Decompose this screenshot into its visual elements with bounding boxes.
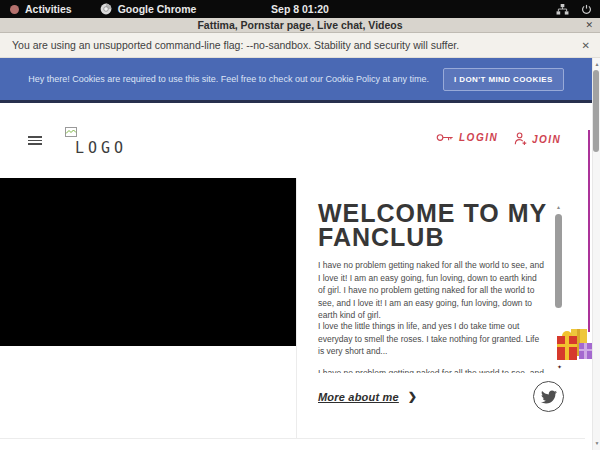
about-paragraph-1: I have no problem getting naked for all … (318, 259, 546, 322)
about-paragraph-3-clipped: I have no problem getting naked for all … (318, 367, 546, 373)
hero-video-placeholder[interactable] (0, 178, 296, 346)
column-divider (296, 178, 297, 438)
cookie-message: Hey there! Cookies are required to use t… (28, 74, 429, 84)
fanclub-heading: WELCOME TO MY FANCLUB (318, 201, 563, 249)
inner-scroll-up-icon[interactable]: ▲ (556, 204, 561, 210)
gift-box-red-icon (557, 336, 577, 360)
scroll-up-icon[interactable]: ▲ (593, 61, 600, 67)
scroll-down-icon[interactable]: ▼ (593, 440, 600, 446)
twitter-bird-icon (541, 389, 557, 405)
site-logo[interactable]: LOGO (65, 123, 127, 157)
window-close-button[interactable]: ✕ (585, 18, 593, 33)
power-icon[interactable] (581, 4, 592, 15)
gift-ribbon-line (588, 130, 590, 332)
more-about-me-link[interactable]: More about me ❯ (318, 390, 417, 403)
login-label: LOGIN (459, 132, 498, 143)
person-add-icon (514, 132, 527, 146)
cookie-banner: Hey there! Cookies are required to use t… (0, 58, 592, 100)
browser-scrollbar-thumb[interactable] (593, 70, 599, 152)
menu-hamburger-button[interactable] (28, 136, 42, 145)
twitter-link[interactable] (533, 381, 564, 412)
more-about-me-label: More about me (318, 391, 399, 403)
chrome-flag-infobar: You are using an unsupported command-lin… (0, 33, 600, 58)
gift-box-purple-icon (579, 343, 592, 359)
banner-bottom-border (0, 100, 592, 103)
logo-text: LOGO (75, 139, 127, 157)
about-paragraph-2: I love the little things in life, and ye… (318, 320, 546, 358)
window-title-bar[interactable]: Fattima, Pornstar page, Live chat, Video… (0, 18, 600, 33)
clock[interactable]: Sep 8 01:20 (0, 3, 600, 15)
login-button[interactable]: LOGIN (436, 132, 498, 143)
section-divider (0, 438, 585, 439)
infobar-close-button[interactable]: ✕ (582, 40, 590, 51)
screen: Activities Google Chrome Sep 8 01:20 (0, 0, 600, 450)
broken-image-icon (65, 127, 77, 137)
window-title: Fattima, Pornstar page, Live chat, Video… (197, 19, 402, 31)
accept-cookies-button[interactable]: I DON'T MIND COOKIES (443, 68, 564, 91)
inner-scrollbar-thumb[interactable] (555, 214, 562, 308)
sparkle-icon: ✦ (557, 363, 562, 370)
desktop-top-bar: Activities Google Chrome Sep 8 01:20 (0, 0, 600, 18)
gifts-widget[interactable]: ✦ (556, 316, 594, 370)
join-button[interactable]: JOIN (514, 132, 561, 146)
network-tree-icon[interactable] (556, 4, 569, 15)
flag-warning-text: You are using an unsupported command-lin… (12, 39, 459, 51)
chevron-right-icon: ❯ (408, 390, 417, 403)
join-label: JOIN (532, 134, 561, 145)
key-icon (436, 132, 454, 143)
